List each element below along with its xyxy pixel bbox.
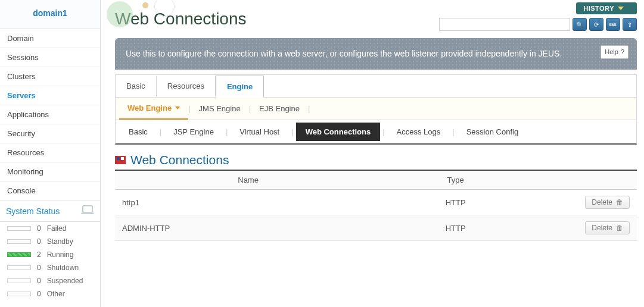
search-input[interactable]	[439, 18, 570, 31]
engine-tab-jms-engine[interactable]: JMS Engine	[191, 98, 249, 119]
status-label: Running	[47, 250, 74, 259]
status-row-failed: 0Failed	[0, 222, 100, 235]
webengine-tabs: Basic|JSP Engine|Virtual Host|Web Connec…	[115, 120, 637, 145]
delete-label: Delete	[592, 198, 612, 206]
tab-basic[interactable]: Basic	[116, 76, 157, 96]
toolbar: 🔍 ⟳ XML ⇧	[439, 18, 637, 31]
engine-tab-web-engine[interactable]: Web Engine	[119, 98, 188, 120]
svg-rect-4	[121, 157, 124, 160]
delete-button[interactable]: Delete🗑	[585, 196, 630, 209]
webengine-tab-virtual-host[interactable]: Virtual Host	[230, 123, 289, 141]
caret-down-icon	[175, 106, 180, 109]
sidebar-item-servers[interactable]: Servers	[0, 86, 100, 105]
tab-engine[interactable]: Engine	[216, 76, 264, 98]
section-flag-icon	[115, 156, 126, 164]
cell-name: ADMIN-HTTP	[115, 215, 381, 241]
cell-actions: Delete🗑	[530, 190, 637, 215]
connections-table: NameType http1HTTPDelete🗑ADMIN-HTTPHTTPD…	[115, 170, 637, 241]
history-label: HISTORY	[583, 5, 614, 12]
trash-icon: 🗑	[616, 224, 623, 232]
status-label: Other	[47, 290, 65, 298]
chevron-down-icon	[618, 7, 624, 10]
refresh-icon: ⟳	[594, 21, 599, 28]
status-count: 0	[37, 237, 41, 246]
main-content: HISTORY 🔍 ⟳ XML ⇧ Web Connections Use th…	[101, 0, 644, 307]
status-count: 0	[37, 290, 41, 298]
status-row-standby: 0Standby	[0, 235, 100, 248]
status-row-suspended: 0Suspended	[0, 274, 100, 287]
help-button[interactable]: Help ?	[601, 45, 629, 59]
separator-icon: |	[289, 127, 295, 136]
refresh-button[interactable]: ⟳	[589, 18, 603, 31]
table-row[interactable]: http1HTTPDelete🗑	[115, 190, 637, 215]
search-icon: 🔍	[576, 21, 583, 28]
tab-resources[interactable]: Resources	[157, 76, 216, 96]
separator-icon: |	[157, 127, 164, 136]
system-status-list: 0Failed0Standby2Running0Shutdown0Suspend…	[0, 222, 100, 300]
status-bar-icon	[7, 265, 31, 270]
upload-button[interactable]: ⇧	[623, 18, 637, 31]
cell-type: HTTP	[381, 215, 530, 241]
sidebar-item-applications[interactable]: Applications	[0, 105, 100, 124]
status-bar-icon	[7, 226, 31, 231]
status-count: 0	[37, 277, 41, 285]
webengine-tab-access-logs[interactable]: Access Logs	[387, 123, 450, 141]
status-label: Failed	[47, 224, 67, 233]
webengine-tab-basic[interactable]: Basic	[119, 123, 157, 141]
primary-tabs: BasicResourcesEngine	[115, 74, 637, 97]
table-row[interactable]: ADMIN-HTTPHTTPDelete🗑	[115, 215, 637, 241]
webengine-tab-session-config[interactable]: Session Config	[457, 123, 528, 141]
svg-rect-2	[115, 156, 126, 164]
status-count: 0	[37, 224, 41, 233]
svg-rect-0	[83, 206, 92, 212]
column-header-type: Type	[381, 170, 530, 190]
status-bar-icon	[7, 278, 31, 283]
sidebar-item-domain[interactable]: Domain	[0, 29, 100, 48]
status-row-shutdown: 0Shutdown	[0, 261, 100, 274]
sidebar-item-resources[interactable]: Resources	[0, 143, 100, 162]
cell-actions: Delete🗑	[530, 215, 637, 241]
section-title: Web Connections	[130, 153, 229, 167]
column-header-name: Name	[115, 170, 381, 190]
history-button[interactable]: HISTORY	[576, 2, 637, 14]
status-row-other: 0Other	[0, 287, 100, 300]
svg-rect-3	[117, 157, 120, 160]
search-button[interactable]: 🔍	[573, 18, 587, 31]
delete-button[interactable]: Delete🗑	[585, 221, 630, 234]
cell-name: http1	[115, 190, 381, 215]
status-label: Standby	[47, 237, 73, 246]
system-status-header[interactable]: System Status	[0, 201, 100, 222]
status-label: Shutdown	[47, 264, 79, 272]
status-bar-icon	[7, 252, 31, 257]
domain-title[interactable]: domain1	[0, 0, 100, 29]
engine-tab-ejb-engine[interactable]: EJB Engine	[251, 98, 308, 119]
sidebar-item-sessions[interactable]: Sessions	[0, 48, 100, 67]
trash-icon: 🗑	[616, 198, 623, 206]
separator-icon: |	[380, 127, 387, 136]
sidebar-item-console[interactable]: Console	[0, 181, 100, 201]
info-banner: Use this to configure the connection wit…	[115, 38, 637, 70]
status-bar-icon	[7, 239, 31, 244]
separator-icon: |	[450, 127, 456, 136]
status-row-running: 2Running	[0, 248, 100, 261]
help-label: Help	[605, 47, 618, 57]
system-status-title: System Status	[6, 206, 60, 216]
export-xml-button[interactable]: XML	[606, 18, 620, 31]
status-label: Suspended	[47, 277, 83, 285]
webengine-tab-web-connections[interactable]: Web Connections	[296, 123, 381, 141]
webengine-tab-jsp-engine[interactable]: JSP Engine	[164, 123, 223, 141]
xml-icon: XML	[609, 23, 618, 27]
upload-icon: ⇧	[627, 21, 632, 28]
laptop-icon	[81, 205, 94, 217]
status-count: 2	[37, 250, 41, 259]
sidebar-item-monitoring[interactable]: Monitoring	[0, 162, 100, 181]
sidebar: domain1 DomainSessionsClustersServersApp…	[0, 0, 101, 307]
status-count: 0	[37, 264, 41, 272]
engine-tabs: Web Engine|JMS Engine|EJB Engine|	[115, 97, 637, 120]
svg-rect-1	[81, 212, 94, 214]
separator-icon: |	[308, 104, 310, 113]
sidebar-item-clusters[interactable]: Clusters	[0, 67, 100, 86]
cell-type: HTTP	[381, 190, 530, 215]
nav-list: DomainSessionsClustersServersApplication…	[0, 29, 100, 201]
sidebar-item-security[interactable]: Security	[0, 124, 100, 143]
